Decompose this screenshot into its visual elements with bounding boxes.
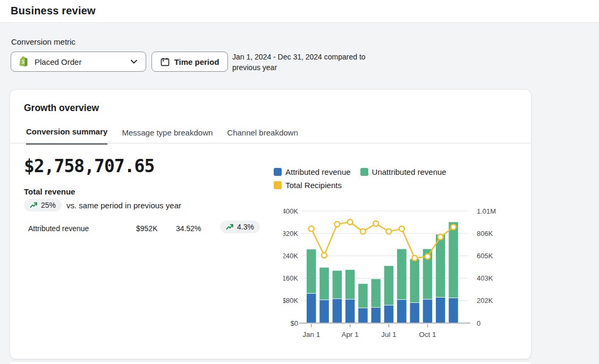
right-axis-tick: 403K — [477, 274, 493, 282]
date-range-text: Jan 1, 2024 - Dec 31, 2024 compared to p… — [232, 52, 369, 73]
chevron-down-icon — [130, 57, 138, 66]
bar-attributed[interactable] — [423, 300, 433, 323]
legend-item-attributed[interactable]: Attributed revenue — [274, 167, 351, 176]
line-point[interactable] — [438, 234, 443, 240]
metric-label: Attributed revenue — [28, 224, 89, 233]
calendar-icon — [161, 57, 170, 66]
left-axis-tick: $320K — [283, 230, 298, 238]
legend-swatch-blue — [274, 168, 282, 176]
time-period-button[interactable]: Time period — [151, 52, 228, 72]
metric-change-value: 4.3% — [237, 223, 254, 231]
right-axis-tick: 605K — [477, 252, 493, 260]
bar-attributed[interactable] — [358, 308, 368, 323]
shopify-icon — [19, 56, 29, 67]
bar-attributed[interactable] — [345, 300, 355, 323]
x-axis-label: Oct 1 — [419, 331, 436, 338]
bar-unattributed[interactable] — [397, 249, 407, 299]
attributed-revenue-row[interactable]: Attributed revenue $952K 34.52% 4.3% — [10, 221, 276, 235]
bar-unattributed[interactable] — [410, 259, 419, 302]
bar-attributed[interactable] — [436, 298, 445, 323]
bar-attributed[interactable] — [333, 299, 342, 323]
bar-attributed[interactable] — [372, 308, 381, 323]
tabs-divider — [10, 143, 531, 143]
line-point[interactable] — [451, 224, 456, 230]
x-axis-label: Jan 1 — [302, 331, 320, 338]
left-axis-tick: $160K — [283, 274, 298, 282]
line-point[interactable] — [425, 254, 430, 259]
bar-attributed[interactable] — [384, 306, 394, 323]
legend-item-unattributed[interactable]: Unattributed revenue — [360, 167, 446, 176]
legend-swatch-green — [360, 168, 368, 176]
bar-unattributed[interactable] — [449, 222, 458, 298]
bar-attributed[interactable] — [449, 298, 458, 323]
left-axis-tick: $240K — [283, 252, 298, 260]
legend-label: Attributed revenue — [285, 167, 351, 176]
metric-value: $952K — [136, 224, 157, 233]
total-revenue-label: Total revenue — [24, 187, 75, 196]
next-card-peek — [10, 362, 531, 364]
bar-unattributed[interactable] — [372, 279, 381, 307]
x-axis-label: Jul 1 — [381, 331, 396, 338]
bar-unattributed[interactable] — [384, 266, 394, 304]
conversion-metric-dropdown[interactable]: Placed Order — [11, 52, 146, 72]
tab-channel-breakdown[interactable]: Channel breakdown — [227, 124, 298, 145]
bar-unattributed[interactable] — [333, 270, 342, 298]
chart-legend: Attributed revenue Unattributed revenue … — [274, 167, 492, 194]
line-point[interactable] — [412, 256, 417, 261]
tab-conversion-summary[interactable]: Conversion summary — [26, 124, 107, 145]
page-title: Business review — [0, 0, 599, 17]
tab-message-type-breakdown[interactable]: Message type breakdown — [122, 124, 213, 145]
line-point[interactable] — [309, 226, 314, 231]
bar-unattributed[interactable] — [358, 284, 368, 308]
left-axis-tick: $0 — [291, 319, 298, 327]
change-context-text: vs. same period in previous year — [66, 201, 181, 210]
bar-unattributed[interactable] — [307, 249, 316, 293]
line-point[interactable] — [322, 253, 327, 258]
trend-up-icon — [30, 202, 38, 208]
bar-unattributed[interactable] — [436, 234, 445, 297]
growth-chart[interactable]: $00$80K202K$160K403K$240K605K$320K806K$4… — [283, 206, 517, 346]
bar-attributed[interactable] — [410, 303, 419, 323]
legend-swatch-yellow — [274, 181, 282, 189]
x-axis-label: Apr 1 — [342, 331, 359, 338]
bar-attributed[interactable] — [319, 300, 329, 323]
trend-up-icon — [226, 224, 234, 230]
total-change-badge: 25% — [24, 199, 62, 211]
card-title: Growth overview — [24, 103, 99, 114]
total-change-row: 25% vs. same period in previous year — [24, 199, 181, 211]
page-header: Business review — [0, 0, 599, 23]
conversion-metric-label: Conversion metric — [11, 37, 75, 46]
bar-unattributed[interactable] — [319, 268, 329, 300]
bar-attributed[interactable] — [397, 300, 407, 323]
time-period-label: Time period — [174, 57, 220, 66]
right-axis-tick: 202K — [477, 297, 493, 304]
tabs: Conversion summary Message type breakdow… — [26, 124, 313, 145]
right-axis-tick: 0 — [477, 319, 480, 327]
bar-unattributed[interactable] — [345, 270, 355, 299]
line-point[interactable] — [373, 221, 378, 226]
line-point[interactable] — [334, 222, 340, 227]
right-axis-tick: 806K — [477, 230, 493, 238]
line-point[interactable] — [399, 226, 404, 231]
legend-label: Unattributed revenue — [372, 167, 446, 176]
bar-attributed[interactable] — [307, 294, 316, 323]
line-point[interactable] — [386, 229, 392, 234]
growth-overview-card: Growth overview Conversion summary Messa… — [10, 89, 531, 359]
legend-item-recipients[interactable]: Total Recipients — [274, 181, 342, 190]
metric-change-badge: 4.3% — [220, 221, 260, 233]
metric-percent: 34.52% — [176, 224, 201, 233]
right-axis-tick: 1.01M — [477, 207, 496, 215]
line-point[interactable] — [348, 219, 353, 225]
conversion-metric-value: Placed Order — [35, 57, 130, 66]
total-change-value: 25% — [41, 201, 56, 209]
total-revenue-value: $2,758,707.65 — [24, 156, 154, 176]
left-axis-tick: $400K — [283, 207, 298, 215]
left-axis-tick: $80K — [283, 297, 298, 304]
line-point[interactable] — [360, 229, 366, 234]
legend-label: Total Recipients — [285, 181, 342, 190]
